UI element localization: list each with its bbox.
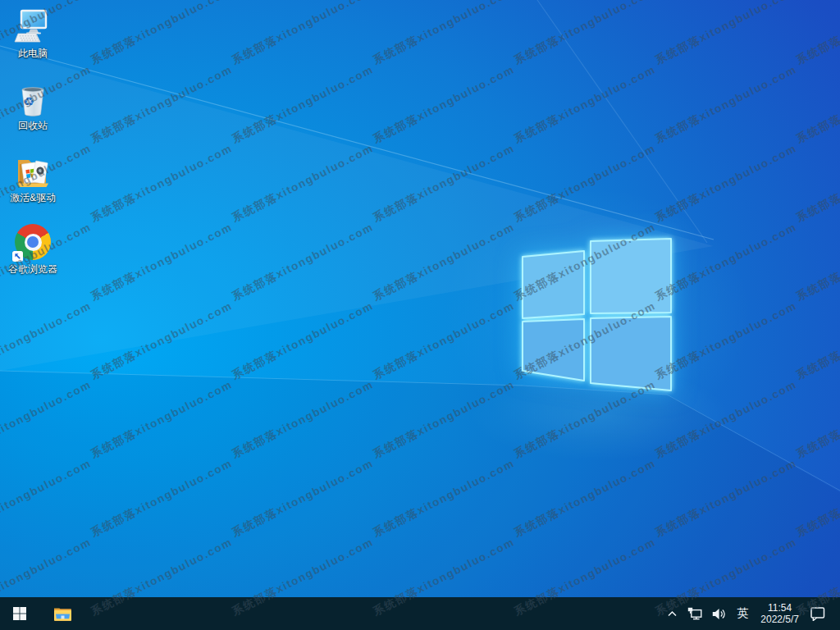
desktop-icon-label: 回收站 (18, 121, 48, 132)
desktop: 此电脑 ♻ 回收站 (0, 0, 840, 630)
desktop-icon-label: 此电脑 (18, 48, 48, 60)
desktop-icon-label: 激活&驱动 (10, 193, 56, 204)
show-hidden-icons-button[interactable] (662, 597, 682, 630)
speech-bubble-icon (810, 607, 825, 621)
chevron-up-icon (667, 609, 678, 618)
speaker-icon (712, 608, 726, 620)
taskbar: 英 11:54 2022/5/7 (0, 597, 840, 630)
desktop-icon-list: 此电脑 ♻ 回收站 (1, 3, 65, 291)
network-button[interactable] (682, 597, 707, 630)
file-explorer-icon (53, 606, 72, 622)
clock-time: 11:54 (768, 602, 792, 614)
desktop-icon-activation-driver[interactable]: 激活&驱动 (1, 148, 65, 209)
ethernet-icon (687, 607, 702, 620)
desktop-icon-google-chrome[interactable]: 谷歌浏览器 (1, 219, 65, 281)
windows-logo-icon (13, 607, 26, 620)
shortcut-arrow-icon (12, 251, 23, 262)
open-folder-icon (13, 151, 52, 190)
wallpaper (0, 0, 840, 630)
file-explorer-button[interactable] (46, 597, 79, 630)
ime-language-indicator[interactable]: 英 (731, 606, 754, 621)
chrome-icon (13, 222, 52, 262)
recycle-bin-icon: ♻ (13, 79, 52, 118)
action-center-button[interactable] (806, 597, 830, 630)
clock-date: 2022/5/7 (760, 614, 799, 625)
svg-text:♻: ♻ (24, 94, 34, 108)
desktop-icon-this-pc[interactable]: 此电脑 (1, 3, 65, 65)
system-tray: 英 11:54 2022/5/7 (662, 597, 840, 630)
desktop-icon-label: 谷歌浏览器 (8, 264, 57, 276)
volume-button[interactable] (707, 597, 731, 630)
this-pc-icon (13, 7, 52, 46)
start-button[interactable] (0, 597, 39, 630)
desktop-icon-recycle-bin[interactable]: ♻ 回收站 (1, 75, 65, 137)
taskbar-clock[interactable]: 11:54 2022/5/7 (754, 597, 806, 630)
